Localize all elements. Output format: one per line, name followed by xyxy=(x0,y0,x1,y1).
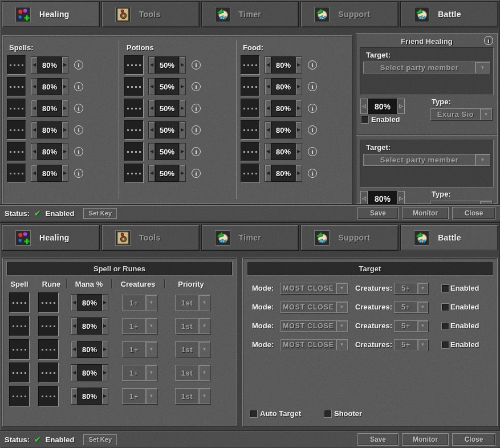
tab-timer[interactable]: Timer xyxy=(201,1,299,27)
increase-button[interactable]: ▶ xyxy=(62,78,68,95)
food-slot[interactable] xyxy=(241,164,260,183)
increase-button[interactable]: ▶ xyxy=(62,100,68,117)
tab-timer[interactable]: Timer xyxy=(201,225,299,251)
spell-slot[interactable] xyxy=(9,316,30,336)
increase-button[interactable]: ▶ xyxy=(295,165,302,182)
spell-slot[interactable] xyxy=(7,142,26,161)
enabled-checkbox[interactable] xyxy=(361,116,369,124)
decrease-button[interactable]: ◀ xyxy=(265,100,271,117)
monitor-button[interactable]: Monitor xyxy=(402,207,449,219)
decrease-button[interactable]: ◀ xyxy=(71,388,78,405)
decrease-button[interactable]: ◀ xyxy=(148,56,155,74)
enabled-checkbox[interactable] xyxy=(441,322,449,330)
mode-dropdown[interactable]: MOST CLOSE ▼ xyxy=(281,339,348,351)
auto-target-checkbox[interactable] xyxy=(250,410,258,418)
dropdown-button[interactable]: ▼ xyxy=(145,319,157,333)
dropdown-button[interactable]: ▼ xyxy=(145,389,157,404)
tab-healing[interactable]: Healing xyxy=(2,1,100,27)
info-icon[interactable]: i xyxy=(308,169,317,178)
percent-value[interactable]: 80% xyxy=(271,143,295,160)
decrease-button[interactable]: ◀ xyxy=(31,100,38,117)
percent-value[interactable]: 50% xyxy=(155,165,179,182)
enabled-checkbox[interactable] xyxy=(441,284,449,292)
dropdown-button[interactable]: ▼ xyxy=(417,302,428,312)
decrease-button[interactable]: ◁ xyxy=(360,191,368,206)
mana-percent-value[interactable]: 80% xyxy=(78,294,101,311)
increase-button[interactable]: ▶ xyxy=(179,165,186,182)
monitor-button[interactable]: Monitor xyxy=(402,433,449,446)
rune-slot[interactable] xyxy=(38,363,59,383)
food-slot[interactable] xyxy=(241,99,260,118)
increase-button[interactable]: ▶ xyxy=(295,56,302,74)
increase-button[interactable]: ▶ xyxy=(62,165,68,182)
dropdown-button[interactable]: ▼ xyxy=(417,340,428,350)
close-button[interactable]: Close xyxy=(452,433,495,446)
increase-button[interactable]: ▶ xyxy=(179,121,186,139)
creatures-dropdown[interactable]: 5+ ▼ xyxy=(394,339,428,351)
info-icon[interactable]: i xyxy=(308,60,317,70)
increase-button[interactable]: ▶ xyxy=(101,317,108,335)
shooter-checkbox[interactable] xyxy=(324,410,332,418)
priority-dropdown[interactable]: 1st ▼ xyxy=(175,318,210,334)
save-button[interactable]: Save xyxy=(357,207,399,219)
decrease-button[interactable]: ◀ xyxy=(148,121,155,139)
increase-button[interactable]: ▶ xyxy=(101,364,108,381)
increase-button[interactable]: ▶ xyxy=(62,56,68,74)
decrease-button[interactable]: ◀ xyxy=(148,165,155,182)
priority-dropdown[interactable]: 1st ▼ xyxy=(175,295,210,311)
info-icon[interactable]: i xyxy=(308,125,317,135)
decrease-button[interactable]: ◀ xyxy=(31,121,38,139)
percent-value[interactable]: 80% xyxy=(38,78,62,95)
potion-slot[interactable] xyxy=(124,120,144,140)
mana-percent-value[interactable]: 80% xyxy=(78,364,101,381)
save-button[interactable]: Save xyxy=(357,433,399,446)
percent-value[interactable]: 80% xyxy=(271,121,295,139)
info-icon[interactable]: i xyxy=(192,147,201,156)
increase-button[interactable]: ▶ xyxy=(179,78,186,95)
rune-slot[interactable] xyxy=(38,292,59,313)
info-icon[interactable]: i xyxy=(192,82,201,91)
info-icon[interactable]: i xyxy=(74,169,83,178)
decrease-button[interactable]: ◀ xyxy=(265,121,271,139)
increase-button[interactable]: ▶ xyxy=(295,143,302,160)
percent-value[interactable]: 80% xyxy=(271,78,295,95)
food-slot[interactable] xyxy=(241,77,260,96)
dropdown-button[interactable]: ▼ xyxy=(475,154,490,165)
heal-type-dropdown[interactable]: Exura Sio ▼ xyxy=(430,108,492,120)
decrease-button[interactable]: ◀ xyxy=(31,56,38,74)
decrease-button[interactable]: ◀ xyxy=(71,317,78,335)
info-icon[interactable]: i xyxy=(74,60,83,70)
decrease-button[interactable]: ◀ xyxy=(148,143,155,160)
party-member-dropdown[interactable]: Select party member ▼ xyxy=(363,154,490,166)
creatures-dropdown[interactable]: 5+ ▼ xyxy=(394,302,428,313)
dropdown-button[interactable]: ▼ xyxy=(336,302,347,312)
dropdown-button[interactable]: ▼ xyxy=(475,62,490,73)
decrease-button[interactable]: ◀ xyxy=(265,78,271,95)
spell-slot[interactable] xyxy=(7,77,26,96)
dropdown-button[interactable]: ▼ xyxy=(336,340,347,350)
info-icon[interactable]: i xyxy=(192,60,201,70)
food-slot[interactable] xyxy=(241,55,260,75)
creatures-dropdown[interactable]: 1+ ▼ xyxy=(122,388,157,404)
decrease-button[interactable]: ◀ xyxy=(71,341,78,358)
percent-value[interactable]: 50% xyxy=(155,121,179,139)
priority-dropdown[interactable]: 1st ▼ xyxy=(175,388,210,404)
increase-button[interactable]: ▷ xyxy=(397,191,405,206)
rune-slot[interactable] xyxy=(38,339,59,360)
potion-slot[interactable] xyxy=(124,55,144,75)
spell-slot[interactable] xyxy=(9,339,30,360)
percent-value[interactable]: 50% xyxy=(155,100,179,117)
tab-support[interactable]: Support xyxy=(300,225,399,251)
increase-button[interactable]: ▷ xyxy=(397,99,405,114)
info-icon[interactable]: i xyxy=(192,169,201,178)
creatures-dropdown[interactable]: 1+ ▼ xyxy=(122,365,157,381)
decrease-button[interactable]: ◀ xyxy=(31,143,38,160)
increase-button[interactable]: ▶ xyxy=(179,56,186,74)
increase-button[interactable]: ▶ xyxy=(101,341,108,358)
decrease-button[interactable]: ◀ xyxy=(31,78,38,95)
increase-button[interactable]: ▶ xyxy=(62,121,68,139)
spell-slot[interactable] xyxy=(9,363,30,383)
percent-value[interactable]: 50% xyxy=(155,143,179,160)
tab-support[interactable]: Support xyxy=(300,1,399,27)
creatures-dropdown[interactable]: 5+ ▼ xyxy=(394,283,428,294)
